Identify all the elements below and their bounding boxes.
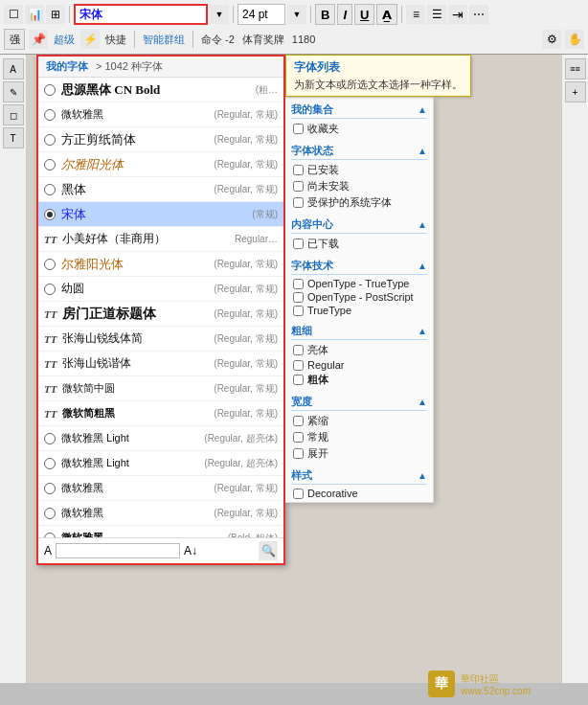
- font-item[interactable]: 微软雅黑 (Regular, 常规): [38, 102, 283, 127]
- font-name-input[interactable]: [74, 4, 208, 25]
- width-arrow[interactable]: ▲: [418, 397, 427, 407]
- filter-item-bold[interactable]: 粗体: [291, 372, 427, 388]
- font-radio[interactable]: [44, 533, 56, 538]
- font-item[interactable]: 尔雅阳光体 (Regular, 常规): [38, 252, 283, 277]
- font-dropdown-arrow[interactable]: ▼: [210, 5, 229, 24]
- quick-icon[interactable]: ⚡: [80, 30, 100, 49]
- font-radio[interactable]: [44, 184, 56, 195]
- font-size-input[interactable]: [237, 4, 285, 25]
- protected-checkbox[interactable]: [293, 197, 304, 208]
- my-collection-title: 我的集合: [291, 102, 333, 117]
- font-item[interactable]: TT 张海山锐谐体 (Regular, 常规): [38, 352, 283, 376]
- font-radio[interactable]: [44, 159, 56, 171]
- font-tech-arrow[interactable]: ▲: [418, 261, 427, 271]
- filter-item-downloaded[interactable]: 已下载: [291, 236, 427, 252]
- font-search-input[interactable]: [56, 543, 180, 558]
- list-icon[interactable]: ☰: [427, 5, 446, 24]
- ot-tt-checkbox[interactable]: [293, 279, 304, 289]
- strikethrough-button[interactable]: A̲: [376, 4, 397, 25]
- font-radio[interactable]: [44, 259, 56, 270]
- bold-button[interactable]: B: [315, 4, 335, 25]
- font-radio-selected[interactable]: .font-item.selected .radio::after { cont…: [44, 209, 56, 220]
- settings-icon[interactable]: ⚙: [542, 30, 561, 49]
- filter-item-installed[interactable]: 已安装: [291, 162, 427, 178]
- light-checkbox[interactable]: [293, 345, 304, 355]
- font-item[interactable]: TT 小美好体（非商用） Regular…: [38, 227, 283, 252]
- weight-arrow[interactable]: ▲: [418, 326, 427, 336]
- search-magnify-icon[interactable]: 🔍: [259, 541, 278, 560]
- regular-checkbox[interactable]: [293, 360, 304, 371]
- font-item[interactable]: 微软雅黑 (Regular, 常规): [38, 476, 283, 501]
- font-radio[interactable]: [44, 109, 56, 121]
- filter-item-decorative[interactable]: Decorative: [291, 487, 427, 500]
- bar-chart-icon[interactable]: 📊: [25, 5, 44, 24]
- font-radio[interactable]: [44, 284, 56, 295]
- font-size-arrow[interactable]: ▼: [287, 5, 306, 24]
- font-list-items[interactable]: 思源黑体 CN Bold (粗… 微软雅黑 (Regular, 常规) 方正剪纸…: [38, 78, 283, 537]
- font-item[interactable]: 微软雅黑 (Bold, 粗体): [38, 526, 283, 537]
- more-icon[interactable]: ⋯: [469, 5, 488, 24]
- bold-checkbox[interactable]: [293, 375, 304, 385]
- font-name: 尔雅阳光体: [61, 256, 210, 273]
- font-radio[interactable]: [44, 458, 56, 469]
- font-radio[interactable]: [44, 483, 56, 494]
- filter-item-condensed[interactable]: 紧缩: [291, 413, 427, 429]
- font-item[interactable]: 黑体 (Regular, 常规): [38, 177, 283, 202]
- hand-icon[interactable]: ✋: [565, 30, 584, 49]
- font-item[interactable]: 微软雅黑 Light (Regular, 超亮体): [38, 451, 283, 476]
- filter-item-not-installed[interactable]: 尚未安装: [291, 178, 427, 194]
- grid-icon[interactable]: ⊞: [46, 5, 65, 24]
- left-tool-2[interactable]: ✎: [3, 81, 24, 102]
- font-radio[interactable]: [44, 84, 56, 96]
- decorative-checkbox[interactable]: [293, 489, 304, 499]
- filter-item-expanded[interactable]: 展开: [291, 445, 427, 462]
- filter-item-normal-width[interactable]: 常规: [291, 429, 427, 445]
- font-item[interactable]: 思源黑体 CN Bold (粗…: [38, 78, 283, 102]
- left-tool-4[interactable]: T: [3, 127, 24, 148]
- new-doc-icon[interactable]: ☐: [4, 5, 23, 24]
- downloaded-checkbox[interactable]: [293, 239, 304, 249]
- align-icon[interactable]: ≡: [406, 5, 425, 24]
- font-status-arrow[interactable]: ▲: [418, 146, 427, 156]
- font-radio[interactable]: [44, 134, 56, 146]
- not-installed-checkbox[interactable]: [293, 181, 304, 192]
- truetype-checkbox[interactable]: [293, 306, 304, 316]
- filter-item-ot-tt[interactable]: OpenType - TrueType: [291, 277, 427, 290]
- filter-item-ot-ps[interactable]: OpenType - PostScript: [291, 290, 427, 304]
- font-item[interactable]: TT 微软简粗黑 (Regular, 常规): [38, 401, 283, 426]
- left-tool-3[interactable]: ◻: [3, 104, 24, 125]
- font-radio[interactable]: [44, 433, 56, 444]
- filter-item-light[interactable]: 亮体: [291, 342, 427, 358]
- style-arrow[interactable]: ▲: [418, 470, 427, 481]
- my-collection-arrow[interactable]: ▲: [418, 104, 427, 115]
- font-item[interactable]: 方正剪纸简体 (Regular, 常规): [38, 127, 283, 152]
- filter-item-favorites[interactable]: 收藏夹: [291, 121, 427, 137]
- pin-icon[interactable]: 📌: [29, 30, 48, 49]
- font-item[interactable]: TT 房门正道标题体 (Regular, 常规): [38, 302, 283, 327]
- font-item[interactable]: 微软雅黑 Light (Regular, 超亮体): [38, 426, 283, 451]
- filter-item-protected[interactable]: 受保护的系统字体: [291, 194, 427, 211]
- font-item[interactable]: 幼圆 (Regular, 常规): [38, 277, 283, 302]
- expanded-checkbox[interactable]: [293, 448, 304, 459]
- font-radio[interactable]: [44, 508, 56, 519]
- right-tool-2[interactable]: +: [565, 81, 586, 102]
- indent-icon[interactable]: ⇥: [448, 5, 467, 24]
- ot-ps-checkbox[interactable]: [293, 292, 304, 303]
- favorites-checkbox[interactable]: [293, 124, 304, 134]
- underline-button[interactable]: U: [354, 4, 374, 25]
- font-item[interactable]: TT 张海山锐线体简 (Regular, 常规): [38, 327, 283, 352]
- strong-button[interactable]: 强: [4, 29, 25, 50]
- font-item[interactable]: 尔雅阳光体 (Regular, 常规): [38, 152, 283, 177]
- normal-width-checkbox[interactable]: [293, 432, 304, 443]
- filter-item-regular[interactable]: Regular: [291, 358, 427, 372]
- installed-checkbox[interactable]: [293, 165, 304, 175]
- condensed-checkbox[interactable]: [293, 416, 304, 426]
- right-tool-1[interactable]: ≡≡: [565, 58, 586, 80]
- left-tool-1[interactable]: A: [3, 58, 24, 80]
- font-item[interactable]: TT 微软简中圆 (Regular, 常规): [38, 376, 283, 401]
- italic-button[interactable]: I: [337, 4, 352, 25]
- font-item[interactable]: 微软雅黑 (Regular, 常规): [38, 501, 283, 526]
- content-center-arrow[interactable]: ▲: [418, 219, 427, 230]
- filter-item-truetype[interactable]: TrueType: [291, 304, 427, 317]
- font-item-selected[interactable]: .font-item.selected .radio::after { cont…: [38, 202, 283, 227]
